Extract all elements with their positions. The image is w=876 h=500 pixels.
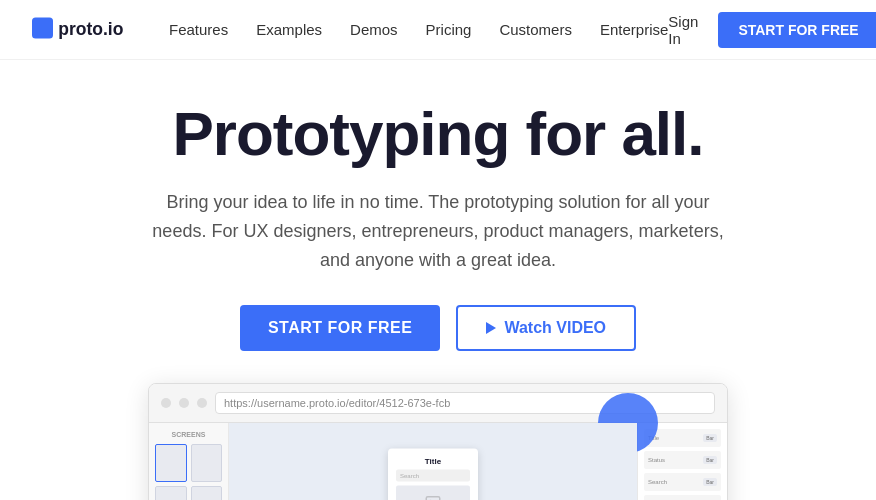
canvas-card: Title Search Title Subtitle bbox=[388, 449, 478, 500]
right-panel-status-label: Status bbox=[648, 457, 665, 463]
svg-rect-2 bbox=[426, 496, 440, 500]
sidebar-screen-thumb-3 bbox=[155, 486, 187, 500]
browser-url-text: https://username.proto.io/editor/4512-67… bbox=[224, 397, 450, 409]
logo[interactable]: proto.io bbox=[32, 14, 137, 46]
main-canvas: Title Search Title Subtitle bbox=[229, 423, 637, 500]
canvas-card-title: Title bbox=[396, 457, 470, 466]
sign-in-link[interactable]: Sign In bbox=[668, 13, 698, 47]
browser-dot-3 bbox=[197, 398, 207, 408]
hero-subtitle: Bring your idea to life in no time. The … bbox=[138, 188, 738, 274]
sidebar-screens-label: SCREENS bbox=[155, 431, 222, 438]
sidebar-row-1 bbox=[155, 444, 222, 482]
browser-dot-1 bbox=[161, 398, 171, 408]
right-panel-row-3: Search Bar bbox=[644, 473, 721, 491]
screenshot-area: https://username.proto.io/editor/4512-67… bbox=[138, 383, 738, 500]
watch-video-label: Watch VIDEO bbox=[504, 319, 606, 337]
right-panel-badge-1: Bar bbox=[703, 434, 717, 442]
sidebar-row-2 bbox=[155, 486, 222, 500]
nav-examples[interactable]: Examples bbox=[256, 21, 322, 38]
start-free-nav-button[interactable]: START FOR FREE bbox=[718, 12, 876, 48]
nav-demos[interactable]: Demos bbox=[350, 21, 398, 38]
right-panel-badge-3: Bar bbox=[703, 478, 717, 486]
right-panel-badge-2: Bar bbox=[703, 456, 717, 464]
hero-title: Prototyping for all. bbox=[32, 100, 844, 168]
canvas-search-placeholder: Search bbox=[400, 473, 419, 479]
right-panel-search-label: Search bbox=[648, 479, 667, 485]
start-for-free-button[interactable]: START FOR FREE bbox=[240, 305, 440, 351]
navbar: proto.io Features Examples Demos Pricing… bbox=[0, 0, 876, 60]
nav-pricing[interactable]: Pricing bbox=[426, 21, 472, 38]
hero-section: Prototyping for all. Bring your idea to … bbox=[0, 60, 876, 500]
nav-links: Features Examples Demos Pricing Customer… bbox=[169, 21, 668, 38]
sidebar-screen-thumb-4 bbox=[191, 486, 223, 500]
right-panel-row-2: Status Bar bbox=[644, 451, 721, 469]
right-panel-row-4: Card bbox=[644, 495, 721, 500]
svg-text:proto.io: proto.io bbox=[58, 19, 123, 39]
nav-right: Sign In START FOR FREE bbox=[668, 12, 876, 48]
sidebar-panel: SCREENS bbox=[149, 423, 229, 500]
watch-video-button[interactable]: Watch VIDEO bbox=[456, 305, 636, 351]
play-icon bbox=[486, 322, 496, 334]
canvas-image-placeholder bbox=[396, 486, 470, 500]
nav-enterprise[interactable]: Enterprise bbox=[600, 21, 668, 38]
browser-dot-2 bbox=[179, 398, 189, 408]
nav-customers[interactable]: Customers bbox=[499, 21, 572, 38]
svg-rect-0 bbox=[32, 17, 53, 38]
hero-buttons: START FOR FREE Watch VIDEO bbox=[32, 305, 844, 351]
image-icon bbox=[424, 494, 442, 500]
nav-features[interactable]: Features bbox=[169, 21, 228, 38]
sidebar-screen-thumb-2 bbox=[191, 444, 223, 482]
sidebar-screen-thumb-1 bbox=[155, 444, 187, 482]
canvas-card-search-bar: Search bbox=[396, 470, 470, 482]
